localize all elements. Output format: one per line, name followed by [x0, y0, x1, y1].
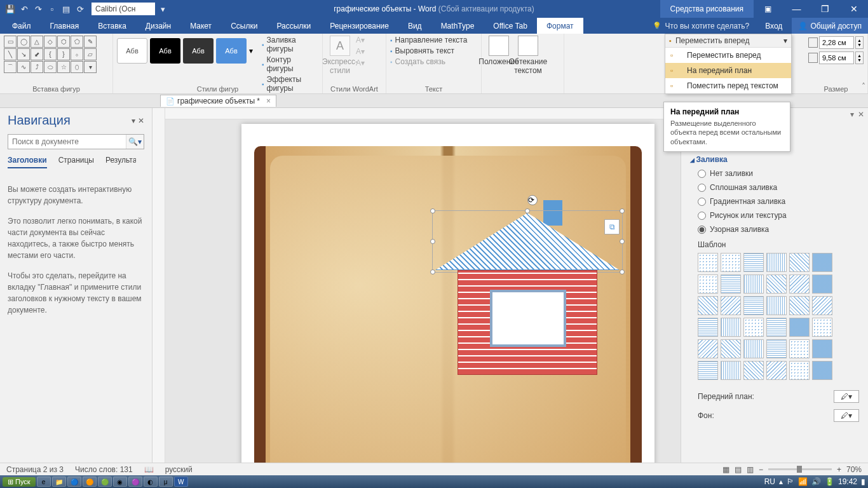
start-button[interactable]: Пуск	[3, 477, 36, 487]
pattern-swatch[interactable]	[789, 318, 810, 337]
tray-flag-icon[interactable]: 🏳	[787, 477, 794, 486]
pane-close-icon[interactable]: ✕	[858, 110, 864, 119]
view-print-icon[interactable]: ▤	[735, 465, 742, 474]
close-tab-icon[interactable]: ×	[266, 97, 271, 105]
style-preset-2[interactable]: Абв	[150, 38, 180, 64]
font-selector[interactable]: Calibri (Осн	[92, 3, 155, 15]
radio-solid-fill[interactable]: Сплошная заливка	[698, 183, 859, 192]
resize-handle[interactable]	[525, 208, 530, 214]
pattern-swatch[interactable]	[698, 339, 718, 358]
pattern-swatch[interactable]	[789, 339, 810, 358]
height-spinner[interactable]: ▲▼	[808, 36, 864, 49]
pattern-swatch[interactable]	[789, 253, 810, 272]
resize-handle[interactable]	[620, 269, 625, 274]
new-icon[interactable]: ▫	[46, 3, 58, 15]
pattern-swatch[interactable]	[743, 339, 764, 358]
tab-design[interactable]: Дизайн	[136, 18, 180, 34]
view-web-icon[interactable]: ▥	[747, 465, 754, 474]
print-icon[interactable]: ▤	[60, 3, 72, 15]
pattern-swatch[interactable]	[789, 361, 810, 380]
selection-box[interactable]: ⟳	[432, 210, 623, 273]
tab-mailings[interactable]: Рассылки	[267, 18, 320, 34]
refresh-icon[interactable]: ⟳	[74, 3, 86, 15]
pattern-swatch[interactable]	[721, 296, 741, 315]
taskbar-chrome-icon[interactable]: ◉	[113, 477, 127, 487]
resize-handle[interactable]	[430, 208, 435, 214]
style-preset-4[interactable]: Абв	[216, 38, 247, 64]
pattern-swatch[interactable]	[812, 318, 832, 337]
pattern-swatch[interactable]	[698, 361, 718, 380]
zoom-out-icon[interactable]: −	[759, 465, 763, 474]
radio-pattern-fill[interactable]: Узорная заливка	[698, 225, 859, 234]
pattern-swatch[interactable]	[766, 274, 787, 294]
taskbar-word-icon[interactable]: W	[174, 477, 188, 487]
tray-volume-icon[interactable]: 🔊	[811, 477, 821, 486]
nav-tab-headings[interactable]: Заголовки	[8, 156, 47, 168]
vertical-ruler[interactable]	[153, 108, 165, 463]
zoom-slider[interactable]	[768, 468, 832, 470]
tell-me-input[interactable]: Что вы хотите сделать?	[646, 18, 756, 34]
pattern-swatch[interactable]	[812, 361, 832, 380]
resize-handle[interactable]	[620, 239, 625, 244]
horizontal-ruler[interactable]	[165, 108, 681, 119]
collapse-ribbon-icon[interactable]: ˄	[862, 82, 865, 91]
text-direction-button[interactable]: Направление текста	[390, 36, 477, 44]
shape-outline-button[interactable]: Контур фигуры	[262, 55, 318, 73]
spinner-arrows[interactable]: ▲▼	[855, 36, 864, 49]
height-input[interactable]	[819, 36, 854, 49]
close-icon[interactable]: ✕	[839, 0, 868, 18]
background-color-button[interactable]: 🖊▾	[834, 409, 859, 422]
page-indicator[interactable]: Страница 2 из 3	[6, 465, 64, 474]
taskbar-ie-icon[interactable]: e	[37, 477, 51, 487]
window-shape[interactable]	[490, 290, 566, 347]
nav-tab-results[interactable]: Результаты	[105, 156, 136, 168]
width-input[interactable]	[819, 51, 854, 64]
layout-options-icon[interactable]: ⧉	[604, 219, 620, 234]
pattern-swatch[interactable]	[789, 274, 810, 294]
spinner-arrows[interactable]: ▲▼	[855, 51, 864, 64]
pattern-swatch[interactable]	[721, 361, 741, 380]
pattern-swatch[interactable]	[721, 318, 741, 337]
gallery-more-icon[interactable]: ▾	[249, 46, 253, 55]
pattern-swatch[interactable]	[743, 296, 764, 315]
document-tab[interactable]: графические объекты * ×	[160, 95, 276, 107]
nav-dropdown-icon[interactable]: ▾	[132, 116, 135, 125]
radio-gradient-fill[interactable]: Градиентная заливка	[698, 197, 859, 206]
tray-show-hidden-icon[interactable]: ▴	[779, 477, 783, 486]
tab-file[interactable]: Файл	[3, 18, 41, 34]
foreground-color-button[interactable]: 🖊▾	[834, 390, 859, 403]
align-text-button[interactable]: Выровнять текст	[390, 46, 477, 55]
taskbar-utorrent-icon[interactable]: μ	[159, 477, 173, 487]
position-button[interactable]: Положение	[485, 36, 512, 66]
document-area[interactable]: ⚓ ⟳ ⧉	[165, 108, 681, 463]
language-indicator[interactable]: русский	[165, 465, 193, 474]
tab-insert[interactable]: Вставка	[88, 18, 136, 34]
wall-shape[interactable]	[458, 270, 597, 375]
tab-format[interactable]: Формат	[537, 18, 583, 34]
redo-icon[interactable]: ↷	[32, 3, 44, 15]
shape-fill-button[interactable]: Заливка фигуры	[262, 36, 318, 53]
taskbar-explorer-icon[interactable]: 📁	[52, 477, 66, 487]
tab-view[interactable]: Вид	[398, 18, 431, 34]
undo-icon[interactable]: ↶	[18, 3, 31, 15]
tab-references[interactable]: Ссылки	[221, 18, 267, 34]
pattern-swatch[interactable]	[766, 339, 787, 358]
login-button[interactable]: Вход	[756, 18, 792, 34]
share-button[interactable]: 👤Общий доступ	[792, 18, 868, 34]
pattern-swatch[interactable]	[766, 253, 787, 272]
shape-styles-gallery[interactable]: Абв Абв Абв Абв ▾	[117, 38, 253, 64]
style-preset-3[interactable]: Абв	[183, 38, 214, 64]
tray-show-desktop[interactable]: ▮	[861, 477, 865, 486]
menu-item-bring-forward[interactable]: Переместить вперед	[665, 48, 791, 63]
minimize-icon[interactable]: —	[782, 0, 811, 18]
rotate-handle-icon[interactable]: ⟳	[527, 195, 538, 205]
pattern-swatch[interactable]	[743, 318, 764, 337]
shapes-gallery[interactable]: ▭◯△◇⬡⬠✎ ╲↘⬋{}⬨▱ ⌒∿⤴⬭☆⬯▾	[4, 36, 109, 73]
save-icon[interactable]: 💾	[4, 3, 17, 15]
radio-no-fill[interactable]: Нет заливки	[698, 169, 859, 178]
tab-review[interactable]: Рецензирование	[320, 18, 398, 34]
view-read-icon[interactable]: ▦	[722, 465, 729, 474]
taskbar-app-icon[interactable]: 🟠	[83, 477, 97, 487]
width-spinner[interactable]: ▲▼	[808, 51, 864, 64]
restore-icon[interactable]: ❐	[811, 0, 839, 18]
